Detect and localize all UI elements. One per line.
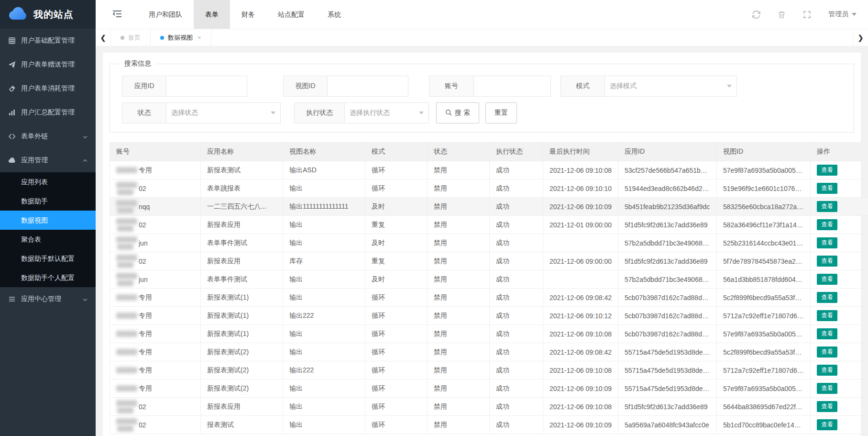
view-button[interactable]: 查看	[817, 183, 837, 194]
cell-app-id: 5f1d5fc9f2d613c7add36e89	[618, 398, 717, 416]
cloud-logo-icon	[8, 6, 29, 22]
sidebar-subitem-数据助手[interactable]: 数据助手	[0, 191, 96, 211]
cell-app-id: 53cf257de566b547a651b18b	[618, 161, 717, 179]
tab-close-icon[interactable]: ×	[198, 34, 201, 41]
sidebar-item-label: 用户表单赠送管理	[21, 60, 88, 69]
view-button[interactable]: 查看	[817, 274, 837, 285]
cell-view-name: 输出	[283, 398, 365, 416]
cell-view-name: 输出	[283, 380, 365, 398]
logo: 我的站点	[0, 0, 96, 29]
sidebar-subitem-数据视图[interactable]: 数据视图	[0, 211, 96, 230]
redacted-account-blur	[116, 218, 137, 232]
view-button[interactable]: 查看	[817, 347, 837, 358]
collapse-sidebar-icon[interactable]	[112, 10, 122, 19]
tab-home[interactable]: 首页	[111, 29, 151, 46]
refresh-icon[interactable]	[752, 11, 760, 19]
view-button[interactable]: 查看	[817, 365, 837, 376]
view-button[interactable]: 查看	[817, 165, 837, 176]
tabs-scroll-right-icon[interactable]: ❯	[853, 29, 868, 46]
view-button[interactable]: 查看	[817, 310, 837, 321]
sidebar-item-label: 用户汇总配置管理	[21, 108, 88, 117]
view-button[interactable]: 查看	[817, 419, 837, 430]
tabs-scroll-left-icon[interactable]: ❮	[96, 29, 111, 46]
sidebar-item-0[interactable]: 用户基础配置管理	[0, 29, 96, 53]
redacted-account-blur	[116, 385, 137, 391]
sidebar-item-5[interactable]: 应用管理	[0, 148, 96, 172]
search-button[interactable]: 搜 索	[436, 102, 479, 123]
cell-actions: 查看启用	[811, 343, 868, 361]
sidebar-item-4[interactable]: 表单外链	[0, 124, 96, 148]
nav-item-4[interactable]: 系统	[316, 0, 352, 29]
sidebar-item-1[interactable]: 用户表单赠送管理	[0, 53, 96, 77]
cell-last-exec-time: 2021-12-06 09:10:09	[543, 416, 618, 434]
模式-select[interactable]: 选择模式	[605, 76, 736, 96]
cell-last-exec-time: 2021-12-06 09:10:08	[543, 361, 618, 380]
nav-item-0[interactable]: 用户和团队	[137, 0, 194, 29]
view-button[interactable]: 查看	[817, 328, 837, 339]
cell-exec-status: 成功	[490, 343, 543, 361]
cell-actions: 查看启用	[811, 307, 868, 325]
cell-app-name: 新报表测试(1)	[201, 307, 283, 325]
field-label: 状态	[122, 103, 166, 123]
view-button[interactable]: 查看	[817, 256, 837, 267]
redacted-account-blur	[116, 349, 137, 355]
table-row-6: jun表单事件测试输出及时禁用成功57b2a5dbdd71bc3e490688f…	[110, 270, 868, 289]
fullscreen-icon[interactable]	[803, 11, 811, 19]
cell-last-exec-time: 2021-12-06 09:10:12	[543, 307, 618, 325]
cell-app-id: 5cb07b3987d162c7ad88d6c4	[618, 289, 717, 307]
sidebar-item-6[interactable]: 应用中心管理	[0, 287, 96, 311]
account-suffix: 02	[139, 221, 146, 229]
view-button[interactable]: 查看	[817, 237, 837, 248]
cell-account: 专用	[110, 161, 201, 179]
sidebar-subitem-数据助手个人配置[interactable]: 数据助手个人配置	[0, 268, 96, 287]
cell-last-exec-time: 2021-12-06 09:10:09	[543, 198, 618, 216]
cell-app-id: 5cb07b3987d162c7ad88d6c4	[618, 325, 717, 343]
search-button-label: 搜 索	[455, 109, 470, 117]
account-suffix: 02	[139, 403, 146, 411]
account-suffix: 02	[139, 257, 146, 265]
cell-mode: 循环	[365, 307, 428, 325]
sidebar-subitem-聚合表[interactable]: 聚合表	[0, 230, 96, 249]
tab-data-view[interactable]: 数据视图 ×	[151, 29, 211, 46]
nav-item-2[interactable]: 财务	[230, 0, 266, 29]
reset-button[interactable]: 重置	[485, 102, 517, 123]
view-button[interactable]: 查看	[817, 401, 837, 412]
view-button[interactable]: 查看	[817, 292, 837, 303]
sidebar-subitem-数据助手默认配置[interactable]: 数据助手默认配置	[0, 249, 96, 268]
view-button[interactable]: 查看	[817, 201, 837, 212]
cell-mode: 循环	[365, 179, 428, 198]
cell-actions: 查看启用	[811, 361, 868, 380]
trash-icon[interactable]	[778, 11, 786, 19]
view-button[interactable]: 查看	[817, 383, 837, 394]
sidebar-subitem-应用列表[interactable]: 应用列表	[0, 172, 96, 191]
cell-view-name: 输出	[283, 270, 365, 289]
chevron-down-icon	[419, 112, 424, 114]
sidebar-item-2[interactable]: 用户表单消耗管理	[0, 77, 96, 101]
nav-item-1[interactable]: 表单	[194, 0, 230, 29]
view-button[interactable]: 查看	[817, 219, 837, 230]
cell-status: 禁用	[428, 289, 490, 307]
视图ID-input[interactable]	[328, 76, 408, 96]
状态-select[interactable]: 选择状态	[166, 103, 280, 123]
cell-mode: 循环	[365, 289, 428, 307]
cell-view-id: 5c2f899f6becd9a55a53faa0	[717, 289, 811, 307]
user-menu[interactable]: 管理员	[828, 10, 857, 19]
cell-app-name: 一二三四五六七八...	[201, 198, 283, 216]
sidebar-item-3[interactable]: 用户汇总配置管理	[0, 101, 96, 124]
账号-input[interactable]	[474, 76, 550, 96]
field-label: 视图ID	[284, 76, 328, 96]
应用ID-input[interactable]	[166, 76, 247, 96]
cell-mode: 及时	[365, 234, 428, 252]
cell-mode: 循环	[365, 398, 428, 416]
table-row-1: 02表单跳报表输出循环禁用成功2021-12-06 09:10:1051944e…	[110, 179, 868, 198]
select-placeholder: 选择状态	[166, 109, 198, 117]
执行状态-select[interactable]: 选择执行状态	[345, 103, 429, 123]
cell-last-exec-time: 2021-12-06 09:08:42	[543, 343, 618, 361]
cell-account: 02	[110, 216, 201, 234]
cell-account: 02	[110, 398, 201, 416]
cell-exec-status: 成功	[490, 234, 543, 252]
cell-exec-status: 成功	[490, 361, 543, 380]
cell-view-id: 5644ba838695d67ed22f41f0	[717, 398, 811, 416]
bar-chart-icon	[8, 109, 16, 117]
nav-item-3[interactable]: 站点配置	[266, 0, 316, 29]
